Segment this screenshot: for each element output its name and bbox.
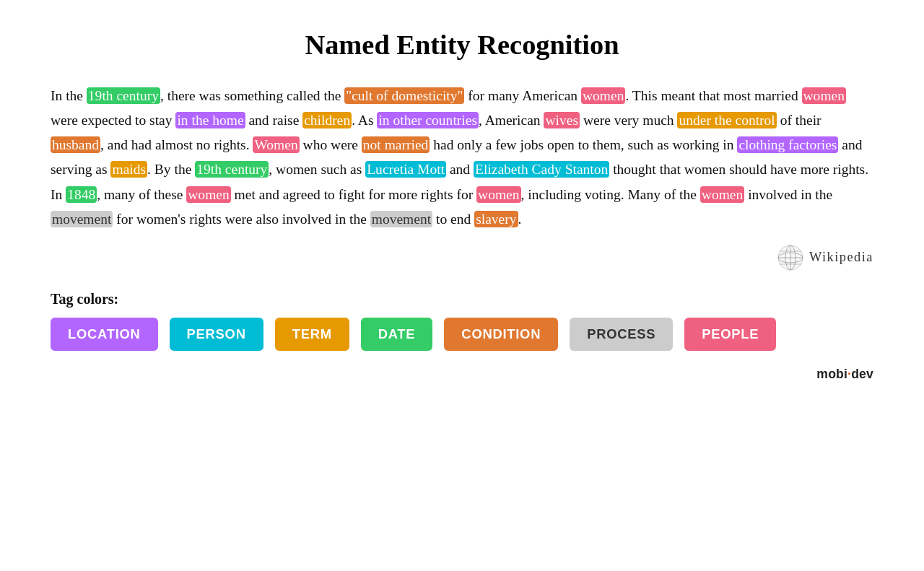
tag-children: children	[302, 112, 352, 128]
legend-date: DATE	[361, 318, 433, 351]
tag-in-other-countries: in other countries	[377, 112, 479, 128]
tag-clothing-factories: clothing factories	[737, 136, 838, 153]
legend-process: PROCESS	[570, 318, 673, 351]
page-title: Named Entity Recognition	[51, 29, 873, 61]
mobidev-logo: mobi·dev	[816, 367, 873, 382]
legend-people: PEOPLE	[684, 318, 776, 351]
tag-lucretia-mott: Lucretia Mott	[365, 161, 446, 178]
tag-cult-of-domesticity: "cult of domesticity"	[344, 87, 464, 104]
mobidev-dot: ·	[847, 367, 851, 381]
tag-wives: wives	[544, 112, 580, 128]
tag-19th-century-2: 19th century	[195, 161, 269, 178]
tag-movement-1: movement	[51, 211, 113, 227]
tag-women-6: women	[700, 186, 744, 203]
legend-condition: CONDITION	[444, 318, 558, 351]
tag-slavery: slavery	[474, 211, 518, 227]
tag-colors-row: LOCATION PERSON TERM DATE CONDITION PROC…	[51, 318, 873, 351]
tag-women-2: women	[802, 87, 846, 104]
tag-husband: husband	[51, 136, 100, 153]
legend-location: LOCATION	[51, 318, 158, 351]
wikipedia-label: Wikipedia	[809, 250, 873, 265]
tag-under-the-control: under the control	[677, 112, 776, 128]
tag-movement-2: movement	[370, 211, 432, 227]
wikipedia-row: Wikipedia	[51, 245, 873, 271]
legend-person: PERSON	[170, 318, 263, 351]
tag-19th-century-1: 19th century	[87, 87, 160, 104]
tag-in-the-home: in the home	[175, 112, 245, 128]
tag-1848: 1848	[66, 186, 97, 203]
tag-elizabeth-cady-stanton: Elizabeth Cady Stanton	[474, 161, 609, 178]
tag-colors-label: Tag colors:	[51, 291, 873, 308]
tag-women-5: women	[476, 186, 520, 203]
mobidev-row: mobi·dev	[51, 367, 873, 382]
legend-term: TERM	[275, 318, 349, 351]
tag-women-4: women	[186, 186, 230, 203]
ner-text: In the 19th century, there was something…	[51, 84, 873, 232]
tag-maids: maids	[110, 161, 147, 178]
tag-women-3: Women	[253, 136, 299, 153]
tag-women-1: women	[581, 87, 625, 104]
tag-colors-section: Tag colors: LOCATION PERSON TERM DATE CO…	[51, 291, 873, 351]
wikipedia-globe-icon	[777, 245, 803, 271]
tag-not-married: not married	[362, 136, 430, 153]
